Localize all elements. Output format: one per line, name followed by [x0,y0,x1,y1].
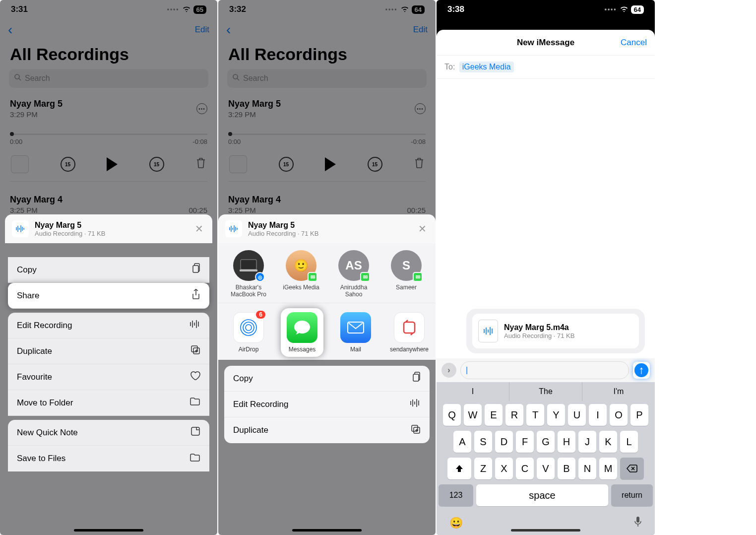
app-messages[interactable]: Messages [281,308,323,357]
key-x[interactable]: X [495,458,513,479]
cancel-button[interactable]: Cancel [621,38,647,48]
key-p[interactable]: P [630,404,648,426]
edit-button[interactable]: Edit [195,25,209,35]
menu-edit-recording[interactable]: Edit Recording [8,313,209,338]
search-input[interactable]: Search [9,69,208,88]
dictation-button[interactable] [634,516,642,530]
recipient-chip[interactable]: iGeeks Media [459,62,514,72]
svg-rect-34 [413,374,419,381]
options-button[interactable] [11,155,29,173]
key-d[interactable]: D [495,431,513,453]
key-w[interactable]: W [464,404,482,426]
trash-button[interactable] [414,157,425,172]
menu-copy[interactable]: Copy [8,257,209,283]
share-apps-row[interactable]: 6 AirDrop Messages Mail sendanywhere [218,303,436,360]
skip-back-button[interactable]: 15 [61,157,75,172]
skip-back-button[interactable]: 15 [279,157,294,172]
close-preview-button[interactable]: ✕ [192,222,205,235]
back-button[interactable]: ‹ [226,22,231,38]
key-q[interactable]: Q [443,404,461,426]
key-b[interactable]: B [558,458,575,479]
suggestion-3[interactable]: I'm [582,382,655,401]
space-key[interactable]: space [476,484,608,506]
key-c[interactable]: C [516,458,534,479]
edit-button[interactable]: Edit [413,25,428,35]
options-button[interactable] [229,155,247,173]
menu-duplicate[interactable]: Duplicate [8,338,209,364]
key-f[interactable]: F [516,431,534,453]
send-button[interactable]: ↑ [633,362,650,379]
key-v[interactable]: V [537,458,555,479]
suggestion-1[interactable]: I [437,382,509,401]
key-m[interactable]: M [599,458,617,479]
action-copy[interactable]: Copy [224,366,430,392]
delete-key[interactable] [620,458,644,479]
message-title: New iMessage [517,38,574,48]
play-button[interactable] [107,157,118,171]
key-k[interactable]: K [599,431,617,453]
number-key[interactable]: 123 [439,484,473,506]
menu-quick-note[interactable]: New Quick Note [8,420,209,446]
attachment-subtitle: Audio Recording · 71 KB [504,332,574,339]
phone-3-new-imessage: 3:38 •••• 64 New iMessage Cancel To: iGe… [437,0,655,535]
key-t[interactable]: T [526,404,544,426]
key-i[interactable]: I [589,404,607,426]
playback-progress[interactable] [228,134,426,135]
contact-igeeks[interactable]: 🙂✉ iGeeks Media [280,250,322,298]
attachment-card[interactable]: Nyay Marg 5.m4a Audio Recording · 71 KB [472,314,639,348]
menu-favourite[interactable]: Favourite [8,364,209,390]
contact-aniruddha[interactable]: AS✉ Aniruddha Sahoo [332,250,375,298]
skip-forward-button[interactable]: 15 [368,157,382,172]
share-contacts-row[interactable]: ◎ Bhaskar's MacBook Pro 🙂✉ iGeeks Media … [218,243,436,303]
trash-button[interactable] [195,157,206,172]
key-u[interactable]: U [568,404,586,426]
key-n[interactable]: N [578,458,596,479]
recording-card-2[interactable]: Nyay Marg 4 3:25 PM 00:25 [218,195,436,214]
shift-key[interactable] [447,458,471,479]
key-a[interactable]: A [453,431,471,453]
key-g[interactable]: G [537,431,555,453]
message-input[interactable]: | [460,361,629,379]
menu-save-files[interactable]: Save to Files [8,446,209,471]
key-s[interactable]: S [474,431,492,453]
more-button[interactable]: ••• [415,103,426,114]
search-input[interactable]: Search [227,69,427,88]
suggestion-2[interactable]: The [509,382,582,401]
menu-move-folder[interactable]: Move to Folder [8,390,209,416]
key-y[interactable]: Y [547,404,565,426]
preview-subtitle: Audio Recording · 71 KB [35,230,105,237]
app-sendanywhere[interactable]: sendanywhere [388,312,431,357]
key-e[interactable]: E [485,404,503,426]
contact-sameer[interactable]: S✉ Sameer [385,250,428,298]
menu-share[interactable]: Share [8,283,209,309]
key-l[interactable]: L [620,431,638,453]
play-button[interactable] [325,157,336,171]
action-edit-recording[interactable]: Edit Recording [224,392,430,417]
key-o[interactable]: O [610,404,628,426]
key-h[interactable]: H [558,431,575,453]
playback-progress[interactable] [10,134,207,135]
app-label: AirDrop [239,346,259,353]
close-share-button[interactable]: ✕ [416,222,429,235]
search-placeholder: Search [243,74,268,83]
app-airdrop[interactable]: 6 AirDrop [227,312,270,357]
expand-apps-button[interactable]: › [441,363,456,378]
key-z[interactable]: Z [474,458,492,479]
contact-label: iGeeks Media [283,284,319,291]
key-j[interactable]: J [578,431,596,453]
recipient-row[interactable]: To: iGeeks Media [437,56,655,79]
recording-card-selected[interactable]: Nyay Marg 5 3:29 PM ••• 0:00 -0:08 15 15 [0,96,217,195]
recording-card-selected[interactable]: Nyay Marg 5 3:29 PM ••• 0:00 -0:08 15 15 [218,96,436,195]
skip-forward-button[interactable]: 15 [149,157,164,172]
app-mail[interactable]: Mail [334,312,377,357]
return-key[interactable]: return [611,484,653,506]
message-attachment-bubble: Nyay Marg 5.m4a Audio Recording · 71 KB [466,309,645,353]
duplicate-icon [411,424,421,437]
key-r[interactable]: R [505,404,523,426]
recording-card-2[interactable]: Nyay Marg 4 3:25 PM 00:25 [0,195,217,214]
emoji-button[interactable]: 😀 [449,517,463,530]
contact-airdrop-mac[interactable]: ◎ Bhaskar's MacBook Pro [227,250,270,298]
back-button[interactable]: ‹ [8,22,12,38]
action-duplicate[interactable]: Duplicate [224,417,430,443]
more-button[interactable]: ••• [196,103,207,114]
